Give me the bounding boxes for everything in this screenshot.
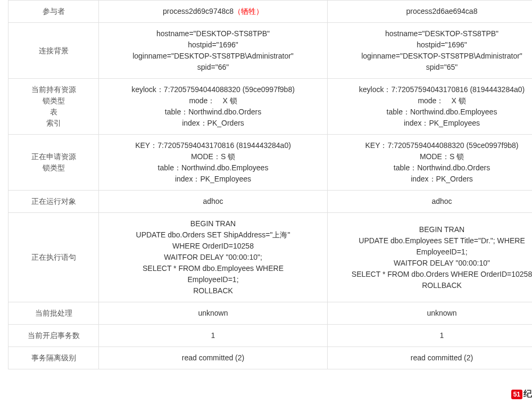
table-row: 正在申请资源锁类型 KEY：7:72057594043170816 (81944… (9, 135, 533, 191)
p2-sql: BEGIN TRANUPDATE dbo.Employees SET Title… (328, 213, 533, 302)
p1-holding: keylock：7:72057594044088320 (59ce0997f9b… (99, 79, 328, 135)
table-row: 参与者 process2d69c9748c8（牺牲） process2d6ae6… (9, 1, 533, 23)
table-row: 连接背景 hostname="DESKTOP-STS8TPB"hostpid="… (9, 23, 533, 79)
p1-isolation: read committed (2) (99, 347, 328, 369)
p2-trans-count: 1 (328, 325, 533, 347)
p1-requesting: KEY：7:72057594043170816 (8194443284a0)MO… (99, 135, 328, 191)
p1-trans-count: 1 (99, 325, 328, 347)
table-row: 当前批处理 unknown unknown (9, 302, 533, 325)
deadlock-table: 参与者 process2d69c9748c8（牺牲） process2d6ae6… (8, 0, 532, 369)
p1-sql: BEGIN TRANUPDATE dbo.Orders SET ShipAddr… (99, 213, 328, 302)
header-batch: 当前批处理 (9, 302, 99, 325)
p2-holding: keylock：7:72057594043170816 (8194443284a… (328, 79, 533, 135)
table-row: 正在执行语句 BEGIN TRANUPDATE dbo.Orders SET S… (9, 213, 533, 302)
p2-id: process2d6ae694ca8 (328, 1, 533, 23)
p1-batch: unknown (99, 302, 328, 325)
header-running-object: 正在运行对象 (9, 191, 99, 213)
p1-connection: hostname="DESKTOP-STS8TPB"hostpid="1696"… (99, 23, 328, 79)
table-row: 正在运行对象 adhoc adhoc (9, 191, 533, 213)
p1-object: adhoc (99, 191, 328, 213)
header-participant: 参与者 (9, 1, 99, 23)
p2-connection: hostname="DESKTOP-STS8TPB"hostpid="1696"… (328, 23, 533, 79)
header-connection: 连接背景 (9, 23, 99, 79)
p2-object: adhoc (328, 191, 533, 213)
table-row: 当前持有资源锁类型表索引 keylock：7:72057594044088320… (9, 79, 533, 135)
header-isolation: 事务隔离级别 (9, 347, 99, 369)
table-row: 当前开启事务数 1 1 (9, 325, 533, 347)
header-executing-sql: 正在执行语句 (9, 213, 99, 302)
victim-marker: （牺牲） (234, 7, 263, 15)
p1-id: process2d69c9748c8（牺牲） (99, 1, 328, 23)
table-row: 事务隔离级别 read committed (2) read committed… (9, 347, 533, 369)
header-requesting: 正在申请资源锁类型 (9, 135, 99, 191)
p2-requesting: KEY：7:72057594044088320 (59ce0997f9b8)MO… (328, 135, 533, 191)
p2-isolation: read committed (2) (328, 347, 533, 369)
header-trans-count: 当前开启事务数 (9, 325, 99, 347)
p2-batch: unknown (328, 302, 533, 325)
header-holding: 当前持有资源锁类型表索引 (9, 79, 99, 135)
